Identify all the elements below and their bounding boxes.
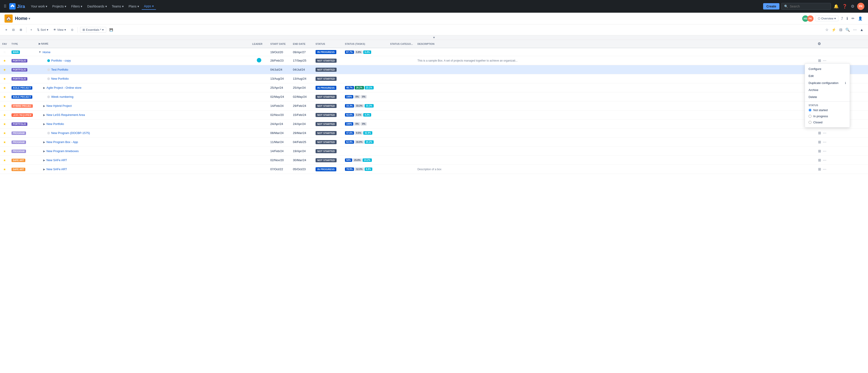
context-configure[interactable]: Configure <box>805 65 850 73</box>
expand-icon[interactable]: ▶ <box>43 168 45 171</box>
row-link[interactable]: Agile Project - Online store <box>46 86 82 89</box>
board-view-button[interactable]: ⊞ <box>18 27 24 32</box>
row-link[interactable]: New LeSS Requirement Area <box>46 113 85 117</box>
row-fav[interactable]: ★ <box>0 128 9 138</box>
expand-icon[interactable]: ▶ <box>43 104 45 108</box>
context-status-closed[interactable]: Closed <box>805 119 850 125</box>
context-status-not-started[interactable]: Not started <box>805 107 850 113</box>
sort-button[interactable]: ⇅ Sort ▾ <box>35 27 50 32</box>
create-button[interactable]: Create <box>763 3 779 9</box>
row-fav[interactable]: ★ <box>0 147 9 156</box>
star-icon[interactable]: ★ <box>3 159 6 162</box>
nav-filters[interactable]: Filters ▾ <box>69 3 85 9</box>
grid-action-icon[interactable]: ⊞ <box>817 131 822 136</box>
row-fav[interactable]: ★ <box>0 56 9 65</box>
row-link[interactable]: Week numbering <box>51 95 73 98</box>
expand-icon[interactable]: ▶ <box>43 141 45 144</box>
grid-icon[interactable]: ⠿ <box>4 4 6 9</box>
row-fav[interactable]: ★ <box>0 119 9 128</box>
star-icon[interactable]: ★ <box>3 140 6 144</box>
row-fav[interactable]: ★ <box>0 111 9 119</box>
star-icon[interactable]: ★ <box>3 68 6 71</box>
row-fav[interactable]: ★ <box>0 92 9 102</box>
expand-icon[interactable]: ▼ <box>39 51 41 54</box>
nav-your-work[interactable]: Your work ▾ <box>29 3 50 9</box>
nav-dashboards[interactable]: Dashboards ▾ <box>85 3 109 9</box>
star-icon[interactable]: ★ <box>3 122 6 126</box>
list-view-button[interactable]: ≡ <box>4 27 9 32</box>
collapse-icon[interactable]: ▲ <box>859 27 864 33</box>
row-link[interactable]: Home <box>42 51 51 54</box>
star-icon[interactable]: ★ <box>3 95 6 99</box>
expand-icon[interactable]: ▶ <box>43 122 45 125</box>
more-action-icon[interactable]: ⋯ <box>822 58 827 63</box>
context-status-in-progress[interactable]: In progress <box>805 113 850 119</box>
nav-projects[interactable]: Projects ▾ <box>50 3 68 9</box>
user-avatar[interactable]: PK <box>857 3 864 10</box>
context-edit[interactable]: Edit <box>805 73 850 80</box>
save-button[interactable]: 💾 <box>107 27 115 32</box>
row-link[interactable]: New Program Box - App <box>46 140 78 144</box>
grid-action-icon[interactable]: ⊞ <box>817 148 822 154</box>
row-fav[interactable]: ★ <box>0 156 9 165</box>
person-icon[interactable]: 👤 <box>857 16 864 22</box>
context-duplicate[interactable]: Duplicate configuration ℹ <box>805 80 850 86</box>
avatar-pk[interactable]: PK <box>807 16 813 22</box>
star-icon[interactable]: ☆ <box>825 27 829 33</box>
row-fav[interactable]: ★ <box>0 83 9 92</box>
col-header-name[interactable]: ▶ NAME <box>36 40 250 48</box>
grid-action-icon[interactable]: ⊞ <box>817 157 822 163</box>
row-link[interactable]: New Program (DOCBP-1575) <box>51 131 90 135</box>
view-button[interactable]: 👁 View ▾ <box>52 27 68 32</box>
columns-icon[interactable]: ⊟ <box>838 27 843 33</box>
row-fav[interactable]: ★ <box>0 165 9 174</box>
expand-icon[interactable]: ▶ <box>43 150 45 153</box>
row-fav[interactable]: ★ <box>0 138 9 147</box>
row-link[interactable]: New SAFe ART <box>46 168 67 171</box>
add-button[interactable]: + <box>29 27 34 32</box>
more-action-icon[interactable]: ⋯ <box>822 139 827 145</box>
help-icon[interactable]: ❓ <box>841 3 848 10</box>
grid-action-icon[interactable]: ⊞ <box>817 58 822 63</box>
search-input[interactable] <box>790 4 828 8</box>
expand-icon[interactable]: ▶ <box>43 113 45 117</box>
row-link[interactable]: New Portfolio <box>51 77 69 80</box>
overview-button[interactable]: ⬡ Overview ▾ <box>815 16 838 21</box>
star-icon[interactable]: ★ <box>3 104 6 108</box>
group-button[interactable]: ⊙ <box>69 27 75 32</box>
essentials-button[interactable]: ⊞ Essentials * ▾ <box>80 27 106 33</box>
page-title[interactable]: Home ▾ <box>15 16 30 21</box>
search-icon[interactable]: 🔍 <box>844 27 851 33</box>
search-box[interactable]: 🔍 <box>781 3 831 10</box>
row-fav[interactable]: ★ <box>0 65 9 74</box>
star-icon[interactable]: ★ <box>3 77 6 81</box>
nav-plans[interactable]: Plans ▾ <box>126 3 141 9</box>
nav-apps[interactable]: Apps ▾ <box>142 3 156 10</box>
notifications-icon[interactable]: 🔔 <box>833 3 839 10</box>
collapse-row[interactable]: ▼ <box>0 35 868 40</box>
expand-icon[interactable]: ▶ <box>43 86 45 89</box>
expand-icon[interactable]: ▶ <box>43 159 45 162</box>
grid-action-icon[interactable]: ⊞ <box>817 139 822 145</box>
row-link[interactable]: Test Portfolio <box>51 68 68 71</box>
star-icon[interactable]: ★ <box>3 113 6 117</box>
star-icon[interactable]: ★ <box>3 131 6 135</box>
nav-teams[interactable]: Teams ▾ <box>110 3 126 9</box>
more-action-icon[interactable]: ⋯ <box>822 157 827 163</box>
star-icon[interactable]: ☆ <box>3 50 6 54</box>
jira-logo[interactable]: Jira <box>9 3 25 9</box>
info-icon[interactable]: ℹ <box>846 16 849 22</box>
more-action-icon[interactable]: ⋯ <box>822 148 827 154</box>
context-archive[interactable]: Archive <box>805 86 850 93</box>
star-icon[interactable]: ★ <box>3 86 6 90</box>
more-action-icon[interactable]: ⋯ <box>822 131 827 136</box>
row-fav[interactable]: ☆ <box>0 48 9 56</box>
row-fav[interactable]: ★ <box>0 102 9 111</box>
col-header-settings[interactable]: ⚙ <box>815 40 868 48</box>
filter-icon[interactable]: ⚡ <box>831 27 837 33</box>
settings-icon[interactable]: ⚙ <box>850 3 855 10</box>
star-icon[interactable]: ★ <box>3 59 6 62</box>
more-action-icon[interactable]: ⋯ <box>822 167 827 172</box>
home-icon[interactable]: 🏠 <box>4 15 13 23</box>
timeline-view-button[interactable]: ⊟ <box>10 27 17 32</box>
